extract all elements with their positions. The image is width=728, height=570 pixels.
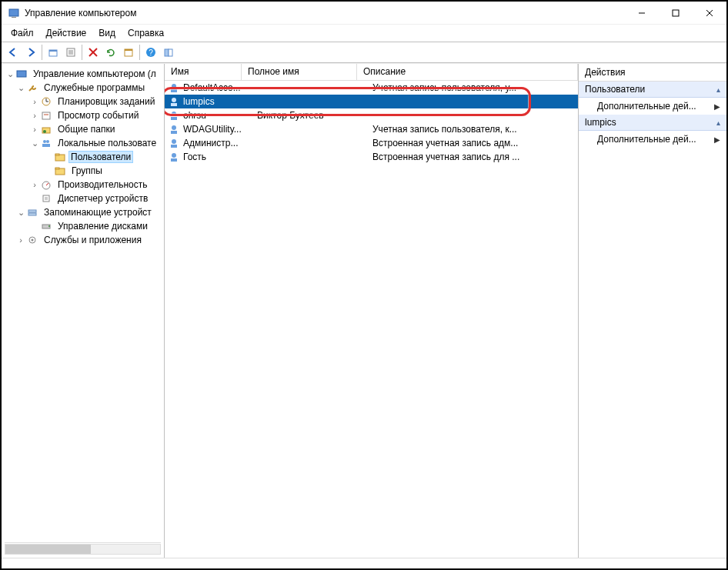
list-item[interactable]: Администр... Встроенная учетная запись а… bbox=[165, 136, 578, 150]
tree-root[interactable]: ⌄ Управление компьютером (л bbox=[2, 67, 164, 81]
svg-rect-7 bbox=[49, 50, 57, 52]
tree-local-users[interactable]: ⌄ Локальные пользовате bbox=[2, 136, 164, 150]
help-button[interactable]: ? bbox=[142, 44, 159, 61]
delete-button[interactable] bbox=[85, 44, 102, 61]
back-button[interactable] bbox=[5, 44, 22, 61]
export-button[interactable] bbox=[120, 44, 137, 61]
actions-pane: Действия Пользователи ▴ Дополнительные д… bbox=[579, 64, 726, 558]
expand-icon[interactable]: ⌄ bbox=[5, 69, 15, 79]
tree-performance[interactable]: › Производительность bbox=[2, 178, 164, 192]
minimize-button[interactable] bbox=[625, 2, 659, 25]
device-icon bbox=[40, 192, 52, 205]
event-icon bbox=[40, 109, 52, 122]
list-item[interactable]: ohrsu Виктор Бухтеев bbox=[165, 108, 578, 122]
list-item[interactable]: DefaultAcco... Учетная запись пользовате… bbox=[165, 81, 578, 95]
shared-folder-icon bbox=[40, 123, 52, 135]
svg-point-28 bbox=[43, 140, 46, 143]
menu-file[interactable]: Файл bbox=[6, 26, 38, 40]
svg-rect-34 bbox=[55, 168, 59, 169]
tree-groups[interactable]: Группы bbox=[2, 164, 164, 178]
svg-rect-52 bbox=[171, 131, 177, 134]
performance-icon bbox=[40, 178, 52, 191]
tree-horizontal-scrollbar[interactable] bbox=[5, 542, 161, 555]
window-title: Управление компьютером bbox=[25, 8, 136, 18]
svg-point-55 bbox=[172, 153, 176, 158]
svg-rect-18 bbox=[165, 49, 169, 56]
svg-point-27 bbox=[43, 130, 46, 133]
svg-point-51 bbox=[172, 125, 176, 130]
user-icon bbox=[168, 82, 180, 94]
status-bar bbox=[2, 558, 726, 568]
properties-button[interactable] bbox=[62, 44, 79, 61]
toolbar: ? bbox=[2, 42, 726, 63]
maximize-button[interactable] bbox=[659, 2, 693, 25]
column-name[interactable]: Имя bbox=[165, 64, 242, 80]
content-area: ⌄ Управление компьютером (л ⌄ Служебные … bbox=[2, 63, 726, 558]
refresh-button[interactable] bbox=[102, 44, 119, 61]
tree-event-viewer[interactable]: › Просмотр событий bbox=[2, 108, 164, 122]
svg-rect-24 bbox=[42, 112, 50, 119]
actions-more-lumpics[interactable]: Дополнительные дей... ▶ bbox=[579, 131, 726, 148]
user-icon bbox=[168, 137, 180, 149]
expand-icon[interactable]: › bbox=[15, 235, 26, 245]
list-body: DefaultAcco... Учетная запись пользовате… bbox=[165, 81, 578, 164]
clock-icon bbox=[40, 95, 52, 108]
list-item[interactable]: Гость Встроенная учетная запись для ... bbox=[165, 150, 578, 164]
actions-more-users[interactable]: Дополнительные дей... ▶ bbox=[579, 98, 726, 115]
expand-icon[interactable]: › bbox=[29, 111, 40, 120]
menu-help[interactable]: Справка bbox=[123, 26, 169, 40]
svg-rect-40 bbox=[28, 213, 36, 215]
forward-button[interactable] bbox=[22, 44, 39, 61]
tree-storage[interactable]: ⌄ Запоминающие устройст bbox=[2, 205, 164, 219]
tree-device-manager[interactable]: Диспетчер устройств bbox=[2, 192, 164, 205]
tree-pane: ⌄ Управление компьютером (л ⌄ Служебные … bbox=[2, 64, 165, 558]
column-fullname[interactable]: Полное имя bbox=[242, 64, 357, 80]
svg-rect-19 bbox=[169, 49, 172, 56]
tree-system-tools[interactable]: ⌄ Служебные программы bbox=[2, 81, 164, 95]
actions-group-lumpics[interactable]: lumpics ▴ bbox=[579, 115, 726, 131]
svg-rect-54 bbox=[171, 145, 177, 148]
app-icon bbox=[8, 7, 20, 19]
svg-rect-3 bbox=[673, 10, 679, 16]
tree-disk-management[interactable]: Управление дисками bbox=[2, 219, 164, 233]
svg-rect-1 bbox=[12, 17, 16, 18]
user-icon bbox=[168, 123, 180, 135]
close-button[interactable] bbox=[693, 2, 726, 25]
tree-users[interactable]: Пользователи bbox=[2, 150, 164, 164]
tree-shared-folders[interactable]: › Общие папки bbox=[2, 122, 164, 136]
expand-icon[interactable]: › bbox=[29, 97, 40, 106]
list-item[interactable]: WDAGUtility... Учетная запись пользовате… bbox=[165, 122, 578, 136]
chevron-up-icon: ▴ bbox=[716, 85, 720, 94]
column-description[interactable]: Описание bbox=[357, 64, 578, 80]
arrow-right-icon: ▶ bbox=[714, 135, 720, 144]
svg-point-45 bbox=[172, 84, 176, 88]
arrow-right-icon: ▶ bbox=[714, 102, 720, 111]
svg-rect-50 bbox=[171, 117, 177, 120]
menu-view[interactable]: Вид bbox=[94, 26, 120, 40]
svg-rect-46 bbox=[171, 89, 177, 92]
expand-icon[interactable]: ⌄ bbox=[15, 208, 26, 218]
svg-rect-38 bbox=[45, 197, 48, 200]
up-button[interactable] bbox=[45, 44, 62, 61]
chevron-up-icon: ▴ bbox=[716, 118, 720, 127]
svg-rect-0 bbox=[9, 9, 18, 16]
svg-point-42 bbox=[48, 225, 50, 227]
svg-rect-56 bbox=[171, 158, 177, 162]
list-item[interactable]: lumpics bbox=[165, 95, 578, 108]
tree-task-scheduler[interactable]: › Планировщик заданий bbox=[2, 95, 164, 108]
tree-services[interactable]: › Службы и приложения bbox=[2, 233, 164, 247]
show-hide-button[interactable] bbox=[160, 44, 177, 61]
expand-icon[interactable]: › bbox=[29, 180, 40, 189]
svg-rect-32 bbox=[55, 154, 59, 155]
folder-icon bbox=[54, 151, 66, 163]
storage-icon bbox=[26, 206, 38, 218]
expand-icon[interactable]: ⌄ bbox=[29, 138, 40, 148]
actions-group-users[interactable]: Пользователи ▴ bbox=[579, 82, 726, 98]
svg-rect-20 bbox=[17, 71, 26, 77]
users-icon bbox=[40, 137, 52, 149]
menu-action[interactable]: Действие bbox=[42, 26, 92, 40]
expand-icon[interactable]: › bbox=[29, 125, 40, 134]
svg-point-49 bbox=[172, 112, 176, 116]
expand-icon[interactable]: ⌄ bbox=[15, 83, 26, 93]
svg-point-53 bbox=[172, 139, 176, 144]
